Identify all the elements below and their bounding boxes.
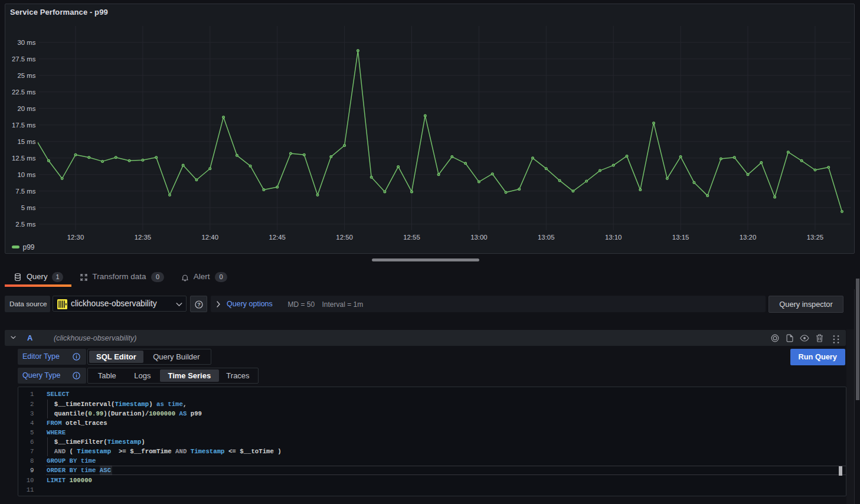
svg-text:25 ms: 25 ms xyxy=(17,72,35,79)
svg-text:13:20: 13:20 xyxy=(740,234,757,241)
svg-text:5 ms: 5 ms xyxy=(21,204,36,211)
svg-text:12:55: 12:55 xyxy=(403,234,420,241)
svg-text:15 ms: 15 ms xyxy=(17,138,35,145)
svg-text:13:15: 13:15 xyxy=(672,234,689,241)
svg-text:12:35: 12:35 xyxy=(135,234,152,241)
svg-text:13:25: 13:25 xyxy=(807,234,824,241)
svg-text:12:30: 12:30 xyxy=(67,234,84,241)
svg-text:20 ms: 20 ms xyxy=(17,105,35,112)
svg-text:?: ? xyxy=(197,302,201,307)
svg-text:12.5 ms: 12.5 ms xyxy=(12,155,36,162)
svg-text:13:05: 13:05 xyxy=(538,234,555,241)
svg-text:12:40: 12:40 xyxy=(202,234,219,241)
svg-text:30 ms: 30 ms xyxy=(17,39,35,46)
svg-text:12:45: 12:45 xyxy=(269,234,286,241)
svg-text:10 ms: 10 ms xyxy=(17,171,35,178)
svg-text:7.5 ms: 7.5 ms xyxy=(15,188,35,195)
svg-text:12:50: 12:50 xyxy=(336,234,353,241)
svg-text:22.5 ms: 22.5 ms xyxy=(12,89,36,96)
svg-text:13:10: 13:10 xyxy=(605,234,622,241)
svg-text:27.5 ms: 27.5 ms xyxy=(12,55,36,63)
svg-text:2.5 ms: 2.5 ms xyxy=(15,221,35,228)
svg-text:13:00: 13:00 xyxy=(470,234,488,241)
svg-text:17.5 ms: 17.5 ms xyxy=(12,122,36,129)
